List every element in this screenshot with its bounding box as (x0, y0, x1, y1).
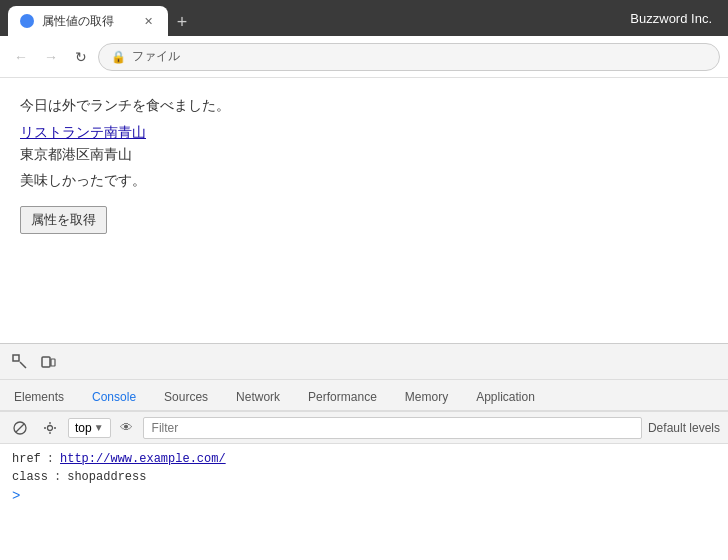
eye-button[interactable]: 👁 (117, 418, 137, 438)
chevron-down-icon: ▼ (94, 422, 104, 433)
clear-console-button[interactable] (8, 416, 32, 440)
tab-favicon (20, 14, 34, 28)
console-output: href : http://www.example.com/ class : s… (0, 444, 728, 560)
console-colon-2: : (54, 470, 61, 484)
console-line-href: href : http://www.example.com/ (12, 450, 716, 468)
svg-rect-2 (51, 359, 55, 366)
tab-console[interactable]: Console (78, 384, 150, 412)
back-button[interactable]: ← (8, 44, 34, 70)
window-title: Buzzword Inc. (630, 11, 720, 26)
page-line3: 美味しかったです。 (20, 172, 708, 190)
browser-chrome: 属性値の取得 ✕ + Buzzword Inc. (0, 0, 728, 36)
console-key-href: href (12, 452, 41, 466)
active-tab[interactable]: 属性値の取得 ✕ (8, 6, 168, 36)
console-colon-1: : (47, 452, 54, 466)
secure-icon: 🔒 (111, 50, 126, 64)
tab-network[interactable]: Network (222, 384, 294, 412)
settings-button[interactable] (38, 416, 62, 440)
tab-bar: 属性値の取得 ✕ + (8, 0, 196, 36)
tab-sources[interactable]: Sources (150, 384, 222, 412)
page-line1: 今日は外でランチを食べました。 (20, 94, 708, 116)
console-line-class: class : shopaddress (12, 468, 716, 486)
tab-elements[interactable]: Elements (0, 384, 78, 412)
tab-application[interactable]: Application (462, 384, 549, 412)
get-attr-button[interactable]: 属性を取得 (20, 206, 107, 234)
context-selector[interactable]: top ▼ (68, 418, 111, 438)
tab-title: 属性値の取得 (42, 13, 132, 30)
filter-input[interactable] (143, 417, 642, 439)
page-address: 東京都港区南青山 (20, 146, 708, 164)
page-content: 今日は外でランチを食べました。 リストランテ南青山 東京都港区南青山 美味しかっ… (0, 78, 728, 343)
inspect-element-button[interactable] (8, 350, 32, 374)
console-bar: top ▼ 👁 Default levels (0, 412, 728, 444)
device-toolbar-button[interactable] (36, 350, 60, 374)
svg-rect-1 (42, 357, 50, 367)
address-scheme: ファイル (132, 48, 180, 65)
default-levels[interactable]: Default levels (648, 421, 720, 435)
console-key-class: class (12, 470, 48, 484)
devtools-panel: Elements Console Sources Network Perform… (0, 343, 728, 560)
new-tab-button[interactable]: + (168, 8, 196, 36)
page-link[interactable]: リストランテ南青山 (20, 124, 708, 142)
forward-button[interactable]: → (38, 44, 64, 70)
tab-close-button[interactable]: ✕ (140, 13, 156, 29)
console-prompt[interactable]: > (12, 486, 716, 506)
console-val-href[interactable]: http://www.example.com/ (60, 452, 226, 466)
console-val-class: shopaddress (67, 470, 146, 484)
svg-rect-0 (13, 355, 19, 361)
tab-memory[interactable]: Memory (391, 384, 462, 412)
svg-point-5 (48, 425, 53, 430)
devtools-tabs: Elements Console Sources Network Perform… (0, 380, 728, 412)
tab-performance[interactable]: Performance (294, 384, 391, 412)
svg-line-4 (16, 424, 24, 432)
address-field[interactable]: 🔒 ファイル (98, 43, 720, 71)
address-bar: ← → ↻ 🔒 ファイル (0, 36, 728, 78)
context-value: top (75, 421, 92, 435)
reload-button[interactable]: ↻ (68, 44, 94, 70)
devtools-toolbar (0, 344, 728, 380)
